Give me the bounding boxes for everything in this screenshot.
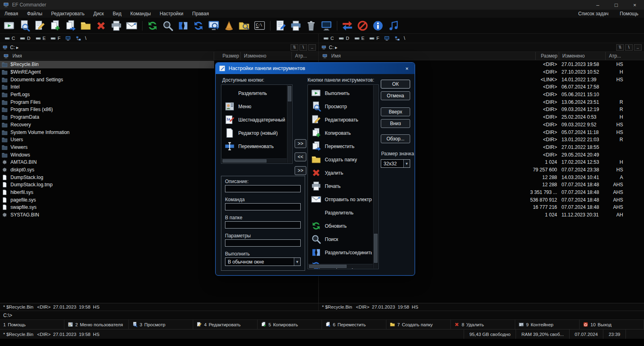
toolbar-button[interactable]	[160, 19, 175, 33]
toolbar-button-item[interactable]: Печать	[308, 179, 372, 193]
toolbar-button[interactable]	[93, 19, 109, 33]
toolbar-button[interactable]	[340, 19, 355, 33]
menu-item[interactable]: Список задач	[573, 10, 614, 18]
path-nav-button[interactable]: \\	[291, 44, 298, 51]
browse-button[interactable]: Обзор...	[381, 134, 410, 143]
field-input[interactable]	[225, 221, 301, 229]
path-nav-button[interactable]: \	[625, 44, 633, 51]
toolbar-button-item[interactable]: Разделить/соединить	[308, 246, 372, 259]
remove-button[interactable]: <<	[295, 152, 306, 161]
path-nav-button[interactable]: \\	[616, 44, 624, 51]
add-all-button[interactable]: >>	[295, 166, 306, 175]
scrollbar-thumb[interactable]	[309, 265, 347, 268]
path-nav-button[interactable]: ..	[308, 44, 316, 51]
horizontal-scrollbar[interactable]	[308, 264, 373, 268]
column-header-size[interactable]: Размер	[536, 52, 559, 60]
available-button-item[interactable]: Редактор (новый)	[221, 126, 286, 140]
ok-button[interactable]: ОК	[381, 80, 410, 89]
toolbar-button-item[interactable]: Разделитель	[308, 206, 372, 219]
menu-item[interactable]: Настройки	[155, 10, 188, 18]
toolbar-button[interactable]	[370, 19, 386, 33]
function-key-button[interactable]: 10 Выход	[580, 320, 644, 329]
function-key-button[interactable]: 5 Копировать	[258, 320, 322, 329]
toolbar-button-item[interactable]: Переместить	[308, 140, 372, 153]
toolbar-buttons-list[interactable]: Выполнить Просмотр Редактировать Копиров…	[308, 84, 379, 269]
column-header-attr[interactable]: Атр...	[292, 52, 318, 60]
toolbar-button-item[interactable]: Обновить	[308, 219, 372, 233]
menu-item[interactable]: Левая	[0, 10, 23, 18]
menu-item[interactable]: Диск	[89, 10, 108, 18]
move-down-button[interactable]: Вниз	[381, 119, 410, 128]
vertical-scrollbar[interactable]	[287, 85, 292, 163]
function-key-button[interactable]: 2 Меню пользователя	[64, 320, 129, 329]
function-key-button[interactable]: 8 Удалить	[451, 320, 515, 329]
drive-button[interactable]: F	[48, 35, 62, 42]
available-button-item[interactable]: Разделитель	[221, 86, 286, 100]
toolbar-button[interactable]	[334, 19, 340, 33]
toolbar-button[interactable]	[206, 19, 221, 33]
path-nav-button[interactable]: \	[299, 44, 307, 51]
drive-button[interactable]: D	[18, 35, 32, 42]
move-up-button[interactable]: Вверх	[381, 107, 410, 116]
function-key-button[interactable]: 1 Помощь	[0, 320, 64, 329]
toolbar-button[interactable]	[355, 19, 370, 33]
toolbar-button[interactable]	[288, 19, 303, 33]
menu-item[interactable]: Вид	[108, 10, 126, 18]
column-header-name[interactable]: Имя	[0, 52, 214, 60]
available-button-item[interactable]: Меню	[221, 100, 286, 113]
toolbar-button[interactable]	[17, 19, 32, 33]
toolbar-button[interactable]	[319, 19, 334, 33]
function-key-button[interactable]: 4 Редактировать	[193, 320, 258, 329]
scrollbar-thumb[interactable]	[223, 159, 266, 163]
network-button[interactable]	[74, 35, 83, 42]
toolbar-button[interactable]	[303, 19, 319, 33]
menu-item[interactable]: Редактировать	[47, 10, 89, 18]
cancel-button[interactable]: Отмена	[381, 91, 410, 100]
drive-button[interactable]: C	[2, 35, 17, 42]
toolbar-button-item[interactable]: Создать папку	[308, 153, 372, 166]
toolbar-button-item[interactable]: Отправить по электронн	[308, 193, 372, 206]
field-input[interactable]	[225, 203, 301, 210]
field-input[interactable]	[225, 239, 301, 247]
column-header-name[interactable]: Имя	[319, 52, 536, 60]
command-line[interactable]: C:\>	[0, 311, 644, 319]
available-buttons-list[interactable]: Разделитель Меню 1a Шестнадцатеричный ре…	[221, 84, 293, 164]
minimize-button[interactable]: –	[588, 0, 607, 10]
vertical-scrollbar[interactable]	[373, 85, 378, 268]
function-key-button[interactable]: 6 Переместить	[322, 320, 386, 329]
toolbar-button[interactable]	[145, 19, 160, 33]
toolbar-button[interactable]	[32, 19, 47, 33]
toolbar-button[interactable]: C:\	[252, 19, 267, 33]
toolbar-button-item[interactable]: Удалить	[308, 166, 372, 179]
toolbar-button[interactable]	[2, 19, 17, 33]
menu-item[interactable]: Файлы	[23, 10, 47, 18]
maximize-button[interactable]: □	[607, 0, 625, 10]
toolbar-button-item[interactable]: Поиск	[308, 233, 372, 246]
toolbar-button-item[interactable]: Копировать	[308, 126, 372, 140]
toolbar-button[interactable]	[109, 19, 124, 33]
path-bar-right[interactable]: C: ▸ \\\..	[318, 43, 644, 51]
toolbar-button[interactable]	[273, 19, 288, 33]
toolbar-button[interactable]	[221, 19, 237, 33]
path-nav-button[interactable]: ..	[634, 44, 642, 51]
toolbar-button-item[interactable]: Выполнить	[308, 86, 372, 100]
path-bar-left[interactable]: C: ▸ \\\..	[0, 43, 318, 51]
add-button[interactable]: >>	[295, 139, 306, 148]
menu-item[interactable]: Помощь	[614, 10, 644, 18]
scrollbar-thumb[interactable]	[374, 234, 378, 263]
field-input[interactable]	[225, 185, 301, 192]
available-button-item[interactable]: Переименовать	[221, 140, 286, 153]
menu-item[interactable]: Команды	[126, 10, 155, 18]
horizontal-scrollbar[interactable]	[222, 159, 287, 163]
toolbar-button-item[interactable]: Редактировать	[308, 113, 372, 126]
dialog-title-bar[interactable]: Настройки панели инструментов ×	[216, 63, 415, 74]
dialog-close-button[interactable]: ×	[402, 64, 411, 72]
drive-button[interactable]: E	[352, 35, 367, 42]
available-button-item[interactable]: 1a Шестнадцатеричный ред	[221, 113, 286, 126]
toolbar-button[interactable]	[47, 19, 63, 33]
toolbar-button-item[interactable]: Просмотр	[308, 100, 372, 113]
network-button[interactable]	[392, 35, 402, 42]
toolbar-button[interactable]	[63, 19, 78, 33]
toolbar-button[interactable]	[237, 19, 252, 33]
screens-button[interactable]	[382, 35, 392, 42]
